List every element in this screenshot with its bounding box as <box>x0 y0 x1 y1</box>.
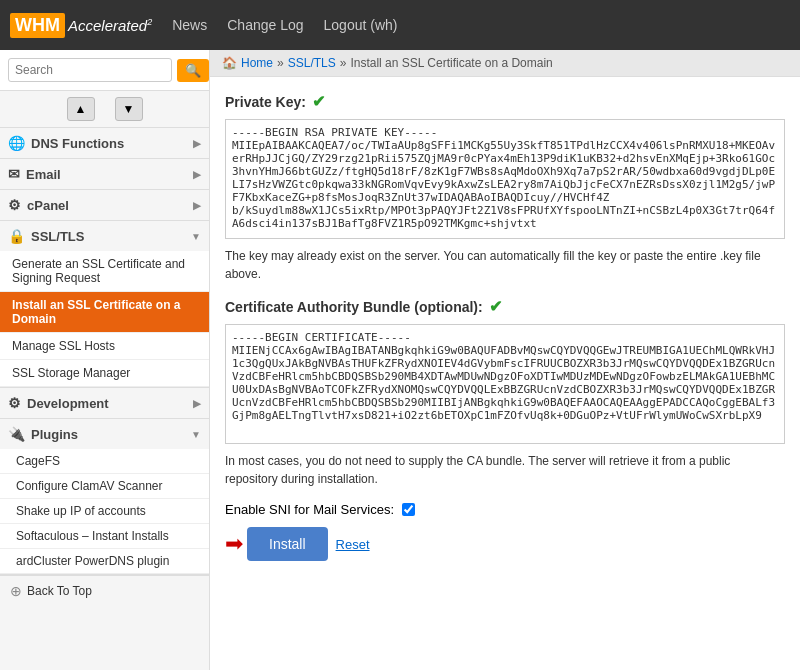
search-input[interactable] <box>8 58 172 82</box>
sidebar-nav-arrows: ▲ ▼ <box>0 91 209 128</box>
breadcrumb-icon: 🏠 <box>222 56 237 70</box>
search-bar: 🔍 <box>0 50 209 91</box>
back-to-top-label: Back To Top <box>27 584 92 598</box>
sidebar-category-ssl-label: SSL/TLS <box>31 229 84 244</box>
ca-bundle-info: In most cases, you do not need to supply… <box>225 452 785 488</box>
sidebar-item-manage-hosts[interactable]: Manage SSL Hosts <box>0 333 209 360</box>
ca-bundle-check-icon: ✔ <box>489 297 502 316</box>
up-icon: ⊕ <box>10 583 22 599</box>
main-layout: 🔍 ▲ ▼ 🌐 DNS Functions ▶ ✉ Email ▶ ⚙ <box>0 50 800 670</box>
ca-bundle-container: -----BEGIN CERTIFICATE----- MIIENjCCAx6g… <box>225 324 785 444</box>
dns-arrow-icon: ▶ <box>193 138 201 149</box>
ca-bundle-textarea[interactable]: -----BEGIN CERTIFICATE----- MIIENjCCAx6g… <box>225 324 785 444</box>
breadcrumb-current: Install an SSL Certificate on a Domain <box>350 56 552 70</box>
dev-icon: ⚙ <box>8 395 21 411</box>
breadcrumb-sep2: » <box>340 56 347 70</box>
sidebar-item-shake-ip[interactable]: Shake up IP of accounts <box>0 499 209 524</box>
private-key-container: -----BEGIN RSA PRIVATE KEY----- MIIEpAIB… <box>225 119 785 239</box>
sidebar-section-email: ✉ Email ▶ <box>0 159 209 190</box>
sidebar-category-email[interactable]: ✉ Email ▶ <box>0 159 209 189</box>
sidebar-item-install[interactable]: Install an SSL Certificate on a Domain <box>0 292 209 333</box>
nav-down-button[interactable]: ▼ <box>115 97 143 121</box>
sidebar-category-dev[interactable]: ⚙ Development ▶ <box>0 388 209 418</box>
dev-arrow-icon: ▶ <box>193 398 201 409</box>
plugins-icon: 🔌 <box>8 426 25 442</box>
sidebar-category-cpanel[interactable]: ⚙ cPanel ▶ <box>0 190 209 220</box>
plugins-arrow-icon: ▼ <box>191 429 201 440</box>
sidebar-category-ssl[interactable]: 🔒 SSL/TLS ▼ <box>0 221 209 251</box>
private-key-label: Private Key: <box>225 94 306 110</box>
nav-links: News Change Log Logout (wh) <box>172 17 397 33</box>
sidebar-section-ssl: 🔒 SSL/TLS ▼ Generate an SSL Certificate … <box>0 221 209 388</box>
sidebar-category-dns-label: DNS Functions <box>31 136 124 151</box>
sidebar-section-dev: ⚙ Development ▶ <box>0 388 209 419</box>
search-button[interactable]: 🔍 <box>177 59 209 82</box>
breadcrumb: 🏠 Home » SSL/TLS » Install an SSL Certif… <box>210 50 800 77</box>
content-area: 🏠 Home » SSL/TLS » Install an SSL Certif… <box>210 50 800 670</box>
sidebar-item-manage-hosts-label: Manage SSL Hosts <box>12 339 115 353</box>
sidebar-section-plugins: 🔌 Plugins ▼ CageFS Configure ClamAV Scan… <box>0 419 209 575</box>
back-to-top-button[interactable]: ⊕ Back To Top <box>0 575 209 606</box>
logo: WHM Accelerated2 <box>10 13 152 38</box>
breadcrumb-home[interactable]: Home <box>241 56 273 70</box>
ca-bundle-label: Certificate Authority Bundle (optional): <box>225 299 483 315</box>
private-key-textarea[interactable]: -----BEGIN RSA PRIVATE KEY----- MIIEpAIB… <box>225 119 785 239</box>
sidebar-item-cagefs[interactable]: CageFS <box>0 449 209 474</box>
email-icon: ✉ <box>8 166 20 182</box>
ca-bundle-title: Certificate Authority Bundle (optional):… <box>225 297 785 316</box>
nav-news[interactable]: News <box>172 17 207 33</box>
ssl-arrow-icon: ▼ <box>191 231 201 242</box>
email-arrow-icon: ▶ <box>193 169 201 180</box>
sni-row: Enable SNI for Mail Services: <box>225 502 785 517</box>
sni-label: Enable SNI for Mail Services: <box>225 502 394 517</box>
navbar: WHM Accelerated2 News Change Log Logout … <box>0 0 800 50</box>
install-arrow-icon: ➡ <box>225 531 243 557</box>
sidebar-category-email-label: Email <box>26 167 61 182</box>
nav-changelog[interactable]: Change Log <box>227 17 303 33</box>
sidebar-section-cpanel: ⚙ cPanel ▶ <box>0 190 209 221</box>
dns-icon: 🌐 <box>8 135 25 151</box>
install-button[interactable]: Install <box>247 527 328 561</box>
logo-whm: WHM <box>10 13 65 38</box>
sidebar-item-storage-manager[interactable]: SSL Storage Manager <box>0 360 209 387</box>
sidebar-item-generate[interactable]: Generate an SSL Certificate and Signing … <box>0 251 209 292</box>
sidebar-item-storage-manager-label: SSL Storage Manager <box>12 366 130 380</box>
sidebar-section-dns: 🌐 DNS Functions ▶ <box>0 128 209 159</box>
cpanel-icon: ⚙ <box>8 197 21 213</box>
sidebar-item-install-label: Install an SSL Certificate on a Domain <box>12 298 199 326</box>
sidebar-category-dev-label: Development <box>27 396 109 411</box>
sidebar-category-plugins[interactable]: 🔌 Plugins ▼ <box>0 419 209 449</box>
sidebar-item-ardcluster[interactable]: ardCluster PowerDNS plugin <box>0 549 209 574</box>
sidebar-category-dns[interactable]: 🌐 DNS Functions ▶ <box>0 128 209 158</box>
ssl-icon: 🔒 <box>8 228 25 244</box>
sidebar-category-plugins-label: Plugins <box>31 427 78 442</box>
nav-up-button[interactable]: ▲ <box>67 97 95 121</box>
sidebar-item-generate-label: Generate an SSL Certificate and Signing … <box>12 257 199 285</box>
sidebar-item-clamav[interactable]: Configure ClamAV Scanner <box>0 474 209 499</box>
logo-acc: Accelerated2 <box>68 17 152 34</box>
sidebar-item-softaculous[interactable]: Softaculous – Instant Installs <box>0 524 209 549</box>
content-scroll: Private Key: ✔ -----BEGIN RSA PRIVATE KE… <box>210 77 800 670</box>
reset-button[interactable]: Reset <box>336 537 370 552</box>
breadcrumb-ssl[interactable]: SSL/TLS <box>288 56 336 70</box>
sni-checkbox[interactable] <box>402 503 415 516</box>
sidebar-category-cpanel-label: cPanel <box>27 198 69 213</box>
private-key-title: Private Key: ✔ <box>225 92 785 111</box>
install-row: ➡ Install Reset <box>225 527 785 561</box>
breadcrumb-sep1: » <box>277 56 284 70</box>
private-key-check-icon: ✔ <box>312 92 325 111</box>
nav-logout[interactable]: Logout (wh) <box>324 17 398 33</box>
private-key-info: The key may already exist on the server.… <box>225 247 785 283</box>
cpanel-arrow-icon: ▶ <box>193 200 201 211</box>
sidebar: 🔍 ▲ ▼ 🌐 DNS Functions ▶ ✉ Email ▶ ⚙ <box>0 50 210 670</box>
